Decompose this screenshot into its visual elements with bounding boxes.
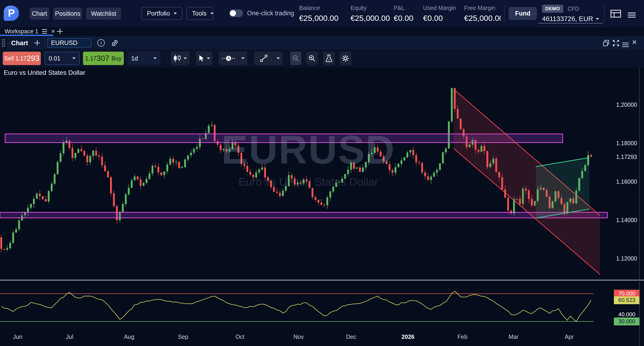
sell-button[interactable]: Sell 1.17293 [3,52,41,65]
buy-button[interactable]: 1.17307Buy [83,52,124,65]
interval-dropdown[interactable]: 1d [128,52,160,65]
symbol-input[interactable] [47,38,91,47]
stat-label: Free Margin [464,5,501,11]
indicators-flask-button[interactable] [323,52,335,65]
svg-text:Feb: Feb [458,334,467,340]
svg-text:60.523: 60.523 [618,297,635,303]
svg-text:1.14000: 1.14000 [616,217,637,223]
tools-label: Tools [192,10,206,17]
buy-price-small: 1.17 [85,55,97,62]
buy-label: Buy [112,55,122,62]
zoom-in-button[interactable] [306,52,318,65]
chevron-down-icon [210,12,214,14]
chevron-down-icon [72,57,76,59]
portfolio-dropdown[interactable]: Portfolio [142,7,182,20]
zoom-out-button[interactable] [290,52,301,65]
workspace-tab-label: Workspace 1 [5,28,38,35]
tab-chart[interactable]: Chart [30,8,49,20]
svg-text:Mar: Mar [508,334,518,340]
drag-handle[interactable] [0,36,7,49]
zoom-in-icon [308,55,316,62]
svg-text:Dec: Dec [346,334,356,340]
svg-text:Jul: Jul [66,334,73,340]
instrument-info-icon[interactable]: i [97,39,105,46]
chevron-down-icon [276,57,280,59]
one-click-trading-toggle[interactable] [229,9,243,17]
main-menu-icon[interactable] [628,10,636,17]
tab-positions[interactable]: Positions [53,8,82,20]
price-line-options-button[interactable] [239,52,247,65]
svg-text:30.000: 30.000 [618,318,635,325]
duplicate-panel-icon[interactable] [603,40,610,46]
chart-panel-header: Chart i [0,36,644,49]
one-click-trading-label: One-click trading [247,10,294,17]
stat-value: €25,000.00 [350,14,390,23]
svg-text:2026: 2026 [402,334,414,340]
divider [44,38,45,48]
svg-text:1.20000: 1.20000 [616,101,637,108]
chevron-down-icon [184,57,187,59]
svg-text:Nov: Nov [294,334,304,340]
svg-text:1.16000: 1.16000 [616,178,637,185]
fund-button[interactable]: Fund [508,7,537,20]
chevron-down-icon [596,18,599,20]
svg-text:1.12000: 1.12000 [616,255,637,262]
quantity-dropdown[interactable]: 0.01 [44,52,80,65]
fullscreen-icon[interactable] [612,40,620,46]
svg-text:Aug: Aug [124,334,134,340]
active-tab-underline [0,35,53,36]
svg-text:Jun: Jun [13,334,22,340]
workspace-close-icon[interactable] [51,29,55,33]
gear-icon [342,54,349,62]
cursor-tool-button[interactable] [196,52,212,65]
chevron-down-icon [207,57,210,59]
sell-price-small: Sell 1.17 [4,55,27,62]
panel-title: Chart [11,39,28,47]
add-panel-icon[interactable] [34,40,40,46]
chart-type-candles-button[interactable] [170,52,190,65]
demo-badge: DEMO [542,5,563,13]
account-selector[interactable]: DEMO CFD 461133726, EUR [542,5,599,23]
stat-value: €0.00 [394,14,413,23]
buy-price-big: 307 [96,54,109,63]
cursor-icon [198,55,204,62]
stat-label: Equity [350,5,390,11]
stat-used-margin: Used Margin €0.00 [423,5,456,23]
svg-text:70.000: 70.000 [618,291,635,297]
stat-balance: Balance €25,000.00 [299,5,338,23]
account-type-label: CFD [568,5,579,12]
quantity-value: 0.01 [49,55,60,62]
drawing-options-button[interactable] [274,52,282,65]
interval-value: 1d [131,55,138,62]
sell-price-big: 293 [27,54,40,63]
panel-menu-icon[interactable] [622,40,629,47]
stat-pnl: P&L €0.00 [394,5,413,23]
price-line-clock-button[interactable] [219,52,238,65]
portfolio-label: Portfolio [147,10,170,17]
stat-equity: Equity €25,000.00 [350,5,390,23]
add-workspace-icon[interactable] [57,28,62,34]
workspace-tab[interactable]: Workspace 1 [0,27,59,36]
trendline-icon [260,54,268,62]
tools-dropdown[interactable]: Tools [186,7,213,20]
app-root: P Chart Positions Watchlist Portfolio To… [0,0,644,346]
top-bar: P Chart Positions Watchlist Portfolio To… [0,0,644,27]
svg-text:Oct: Oct [236,334,244,340]
svg-text:Apr: Apr [565,334,574,340]
tab-watchlist[interactable]: Watchlist [86,8,121,20]
trendline-tool-button[interactable] [254,52,274,65]
toggle-knob-icon [230,10,236,16]
settings-gear-button[interactable] [340,52,352,65]
chevron-down-icon [154,57,157,59]
chevron-down-icon [174,12,177,14]
divider [30,38,31,48]
stat-label: Used Margin [423,5,456,11]
svg-text:1.17293: 1.17293 [616,154,637,160]
layout-panels-icon[interactable] [610,10,621,17]
platform-logo-icon[interactable]: P [4,5,19,21]
workspace-menu-icon[interactable] [42,29,47,33]
clock-dashes-icon [222,55,235,62]
stat-value: €25,000.00 [464,14,501,23]
chart-canvas[interactable]: 1.200001.180001.160001.140001.120001.172… [0,68,644,346]
link-chart-icon[interactable] [111,40,119,46]
